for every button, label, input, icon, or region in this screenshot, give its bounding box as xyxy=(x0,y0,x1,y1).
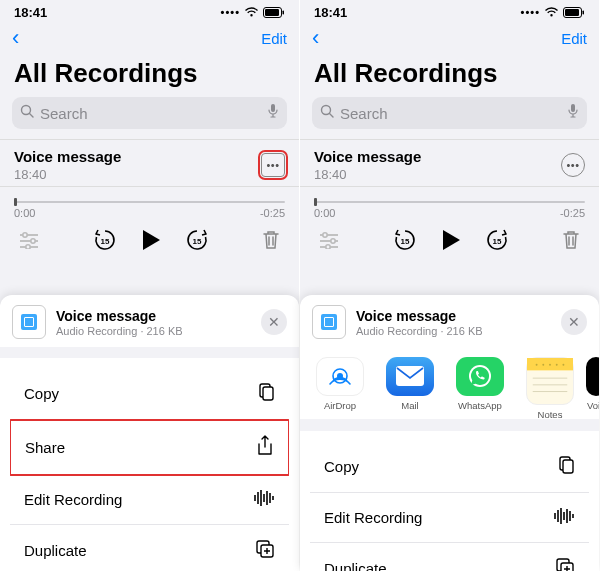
menu-duplicate[interactable]: Duplicate xyxy=(310,543,589,571)
share-whatsapp[interactable]: WhatsApp xyxy=(450,357,510,411)
waveform-icon xyxy=(553,507,575,528)
skip-back-icon[interactable]: 15 xyxy=(92,227,118,253)
share-notes[interactable]: Notes xyxy=(520,357,580,411)
search-input[interactable]: Search xyxy=(12,97,287,129)
menu-label: Share xyxy=(25,439,65,456)
more-options-button[interactable]: ••• xyxy=(261,153,285,177)
sheet-title: Voice message xyxy=(356,308,551,324)
sheet-subtitle: Audio Recording · 216 KB xyxy=(56,325,251,337)
close-button[interactable]: ✕ xyxy=(261,309,287,335)
scrubber[interactable] xyxy=(314,201,585,203)
svg-line-4 xyxy=(30,114,34,118)
wifi-icon xyxy=(244,7,259,18)
sheet-header: Voice message Audio Recording · 216 KB ✕ xyxy=(300,295,599,347)
nav-bar: ‹ Edit xyxy=(0,22,299,54)
waveform-icon xyxy=(253,489,275,510)
recording-time: 18:40 xyxy=(314,167,421,182)
options-icon[interactable] xyxy=(318,231,340,249)
elapsed-time: 0:00 xyxy=(314,207,335,219)
back-button[interactable]: ‹ xyxy=(12,25,19,51)
sheet-subtitle: Audio Recording · 216 KB xyxy=(356,325,551,337)
svg-point-36 xyxy=(331,239,335,243)
status-time: 18:41 xyxy=(14,5,47,20)
edit-button[interactable]: Edit xyxy=(261,30,287,47)
menu-edit-recording[interactable]: Edit Recording xyxy=(310,493,589,543)
close-button[interactable]: ✕ xyxy=(561,309,587,335)
scrubber-track xyxy=(314,201,585,203)
back-button[interactable]: ‹ xyxy=(312,25,319,51)
search-placeholder: Search xyxy=(40,105,267,122)
scrubber-track xyxy=(14,201,285,203)
sheet-title: Voice message xyxy=(56,308,251,324)
menu-duplicate[interactable]: Duplicate xyxy=(10,525,289,571)
share-voice-partial[interactable]: Voic xyxy=(586,357,599,411)
svg-point-53 xyxy=(562,364,564,366)
svg-point-51 xyxy=(549,364,551,366)
recording-row[interactable]: Voice message 18:40 ••• xyxy=(0,139,299,187)
share-label: Voic xyxy=(587,400,599,411)
svg-rect-28 xyxy=(565,9,579,16)
menu-label: Duplicate xyxy=(24,542,87,559)
share-mail[interactable]: Mail xyxy=(380,357,440,411)
svg-point-52 xyxy=(556,364,558,366)
copy-icon xyxy=(555,455,575,478)
svg-point-34 xyxy=(323,233,327,237)
status-bar: 18:41 •••• xyxy=(0,0,299,22)
skip-forward-icon[interactable]: 15 xyxy=(484,227,510,253)
cellular-icon: •••• xyxy=(221,6,240,18)
duplicate-icon xyxy=(255,539,275,562)
svg-rect-1 xyxy=(265,9,279,16)
edit-button[interactable]: Edit xyxy=(561,30,587,47)
status-time: 18:41 xyxy=(314,5,347,20)
menu-copy[interactable]: Copy xyxy=(310,441,589,493)
play-icon[interactable] xyxy=(140,228,162,252)
mic-icon[interactable] xyxy=(567,103,579,123)
phone-right: 18:41 •••• ‹ Edit All Recordings Search … xyxy=(300,0,600,571)
skip-forward-icon[interactable]: 15 xyxy=(184,227,210,253)
battery-icon xyxy=(263,7,285,18)
svg-rect-2 xyxy=(283,10,285,14)
recording-title: Voice message xyxy=(314,148,421,165)
recording-time: 18:40 xyxy=(14,167,121,182)
search-input[interactable]: Search xyxy=(312,97,587,129)
options-icon[interactable] xyxy=(18,231,40,249)
phone-left: 18:41 •••• ‹ Edit All Recordings Search … xyxy=(0,0,300,571)
share-targets-row[interactable]: AirDrop Mail WhatsApp Notes Voic xyxy=(300,347,599,419)
share-airdrop[interactable]: AirDrop xyxy=(310,357,370,411)
menu-share[interactable]: Share xyxy=(10,419,289,476)
svg-rect-43 xyxy=(396,366,424,386)
menu-copy[interactable]: Copy xyxy=(10,368,289,420)
elapsed-time: 0:00 xyxy=(14,207,35,219)
menu-label: Edit Recording xyxy=(24,491,122,508)
time-row: 0:00 -0:25 xyxy=(0,207,299,219)
recording-row[interactable]: Voice message 18:40 ••• xyxy=(300,139,599,187)
scrubber-thumb[interactable] xyxy=(314,198,317,206)
action-sheet: Voice message Audio Recording · 216 KB ✕… xyxy=(0,295,299,571)
svg-point-38 xyxy=(326,245,330,249)
more-options-button[interactable]: ••• xyxy=(561,153,585,177)
svg-point-9 xyxy=(31,239,35,243)
mic-icon[interactable] xyxy=(267,103,279,123)
menu-label: Edit Recording xyxy=(324,509,422,526)
wifi-icon xyxy=(544,7,559,18)
svg-rect-32 xyxy=(571,104,575,112)
trash-icon[interactable] xyxy=(261,229,281,251)
search-icon xyxy=(320,104,334,122)
menu-label: Copy xyxy=(24,385,59,402)
menu-list: Copy Edit Recording Duplicate xyxy=(310,441,589,571)
svg-point-49 xyxy=(536,364,538,366)
svg-text:15: 15 xyxy=(400,237,409,246)
svg-rect-55 xyxy=(563,460,573,473)
share-label: Mail xyxy=(401,400,418,411)
skip-back-icon[interactable]: 15 xyxy=(392,227,418,253)
play-icon[interactable] xyxy=(440,228,462,252)
menu-label: Copy xyxy=(324,458,359,475)
copy-icon xyxy=(255,382,275,405)
menu-edit-recording[interactable]: Edit Recording xyxy=(10,475,289,525)
scrubber-thumb[interactable] xyxy=(14,198,17,206)
sheet-thumbnail-icon xyxy=(12,305,46,339)
scrubber[interactable] xyxy=(14,201,285,203)
trash-icon[interactable] xyxy=(561,229,581,251)
remaining-time: -0:25 xyxy=(260,207,285,219)
svg-text:15: 15 xyxy=(100,237,109,246)
